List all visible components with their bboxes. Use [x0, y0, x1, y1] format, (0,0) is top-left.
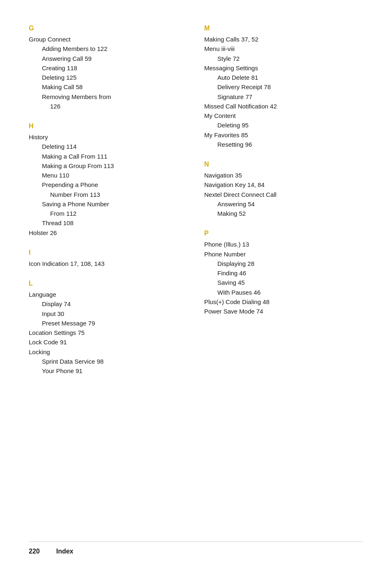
index-entry: Phone (Illus.) 13 [204, 240, 363, 249]
index-entry: Navigation 35 [204, 171, 363, 180]
index-entry: Making Call 58 [29, 82, 188, 92]
index-entry: Deleting 95 [204, 120, 363, 130]
index-entry: Signature 77 [204, 92, 363, 101]
index-section: IIcon Indication 17, 108, 143 [29, 249, 188, 268]
index-entry: From 112 [29, 209, 188, 218]
index-entry: Saving 45 [204, 278, 363, 287]
index-entry: Preset Message 79 [29, 318, 188, 328]
index-entry: Navigation Key 14, 84 [204, 180, 363, 189]
index-entry: Creating 118 [29, 63, 188, 73]
left-column: GGroup ConnectAdding Members to 122Answe… [29, 25, 188, 529]
right-column: MMaking Calls 37, 52Menu iii-viiiStyle 7… [204, 25, 363, 529]
index-entry: Delivery Receipt 78 [204, 82, 363, 92]
index-entry: Icon Indication 17, 108, 143 [29, 259, 188, 268]
index-entry: Plus(+) Code Dialing 48 [204, 297, 363, 307]
index-entry: My Content [204, 111, 363, 120]
index-entry: Auto Delete 81 [204, 73, 363, 82]
index-entry: Menu iii-viii [204, 44, 363, 53]
index-entry: Number From 113 [29, 190, 188, 199]
section-letter: M [204, 25, 363, 32]
section-letter: H [29, 122, 188, 130]
index-section: LLanguageDisplay 74Input 30Preset Messag… [29, 280, 188, 376]
index-entry: Answering 54 [204, 199, 363, 209]
page-footer: 220 Index [29, 542, 363, 555]
index-entry: Making 52 [204, 209, 363, 218]
index-entry: Phone Number [204, 249, 363, 259]
index-entry: Displaying 28 [204, 259, 363, 268]
index-entry: Group Connect [29, 35, 188, 44]
section-letter: I [29, 249, 188, 256]
index-entry: Answering Call 59 [29, 54, 188, 63]
index-entry: Your Phone 91 [29, 366, 188, 376]
index-entry: Saving a Phone Number [29, 199, 188, 209]
index-entry: Style 72 [204, 54, 363, 63]
index-section: HHistoryDeleting 114Making a Call From 1… [29, 122, 188, 238]
index-entry: Holster 26 [29, 228, 188, 238]
index-entry: Nextel Direct Connect Call [204, 190, 363, 199]
index-entry: History [29, 132, 188, 142]
index-entry: Location Settings 75 [29, 328, 188, 337]
index-entry: Adding Members to 122 [29, 44, 188, 53]
index-entry: Input 30 [29, 309, 188, 318]
index-section: GGroup ConnectAdding Members to 122Answe… [29, 25, 188, 111]
index-entry: Missed Call Notification 42 [204, 101, 363, 111]
index-entry: 126 [29, 101, 188, 111]
index-columns: GGroup ConnectAdding Members to 122Answe… [29, 25, 363, 529]
index-entry: Display 74 [29, 299, 188, 309]
index-entry: Prepending a Phone [29, 180, 188, 189]
index-entry: My Favorites 85 [204, 130, 363, 140]
index-entry: Menu 110 [29, 171, 188, 180]
index-entry: Deleting 114 [29, 142, 188, 151]
footer-page-number: 220 [29, 548, 40, 555]
index-entry: Making a Call From 111 [29, 152, 188, 161]
section-letter: N [204, 161, 363, 168]
index-entry: Sprint Data Service 98 [29, 357, 188, 366]
index-entry: Resetting 96 [204, 140, 363, 149]
index-entry: Language [29, 290, 188, 299]
section-letter: P [204, 230, 363, 237]
index-entry: Making a Group From 113 [29, 161, 188, 171]
index-section: MMaking Calls 37, 52Menu iii-viiiStyle 7… [204, 25, 363, 149]
index-entry: Thread 108 [29, 218, 188, 228]
index-entry: Making Calls 37, 52 [204, 35, 363, 44]
index-entry: Power Save Mode 74 [204, 307, 363, 316]
footer-label: Index [56, 548, 74, 555]
index-entry: Messaging Settings [204, 63, 363, 73]
page: GGroup ConnectAdding Members to 122Answe… [0, 0, 392, 588]
section-letter: L [29, 280, 188, 287]
index-entry: Finding 46 [204, 268, 363, 278]
index-entry: Lock Code 91 [29, 337, 188, 347]
index-entry: Removing Members from [29, 92, 188, 101]
index-entry: With Pauses 46 [204, 288, 363, 297]
index-section: NNavigation 35Navigation Key 14, 84Nexte… [204, 161, 363, 218]
section-letter: G [29, 25, 188, 32]
index-entry: Locking [29, 347, 188, 357]
index-entry: Deleting 125 [29, 73, 188, 82]
index-section: PPhone (Illus.) 13Phone NumberDisplaying… [204, 230, 363, 316]
